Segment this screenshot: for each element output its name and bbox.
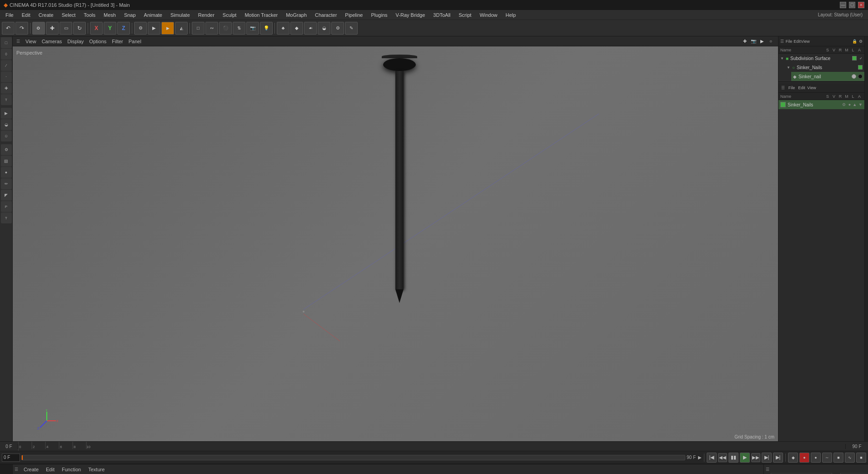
shaders-button[interactable]: ◆ (290, 22, 303, 35)
dope-sheet-button[interactable]: ■ (856, 453, 866, 463)
snap-tool-button[interactable]: ⚙ (1, 144, 12, 155)
viewport-display-icon[interactable]: ▶ (758, 38, 766, 45)
menu-character[interactable]: Character (311, 11, 340, 19)
viewport-menu-options[interactable]: Options (89, 39, 106, 44)
menu-script[interactable]: Script (455, 11, 475, 19)
scale-button[interactable]: ▭ (60, 22, 72, 35)
rp-edit-button[interactable]: Edit (794, 38, 800, 45)
x-axis-button[interactable]: X (90, 22, 103, 35)
play-forward-button[interactable]: ▶▶ (751, 453, 760, 462)
menu-render[interactable]: Render (195, 11, 218, 19)
viewport-render-icon[interactable]: ○ (767, 38, 774, 45)
f-curve-button[interactable]: ∿ (845, 453, 855, 463)
mat-more-icon[interactable]: ● (848, 102, 851, 107)
python-button[interactable]: P (1, 201, 12, 212)
rp-file-button[interactable]: File (786, 38, 792, 45)
nurbs-button[interactable]: ∾ (205, 22, 218, 35)
viewport-menu-display[interactable]: Display (67, 39, 84, 44)
menu-window[interactable]: Window (476, 11, 501, 19)
menu-mesh[interactable]: Mesh (100, 11, 120, 19)
viewport-menu-view[interactable]: View (25, 39, 36, 44)
edge-mode-button[interactable]: ∕ (1, 60, 12, 71)
menu-snap[interactable]: Snap (120, 11, 140, 19)
y-axis-button[interactable]: Y (104, 22, 116, 35)
texture-mode-button[interactable]: T (1, 94, 12, 105)
viewport-menu-filter[interactable]: Filter (112, 39, 123, 44)
timeline-scrubber[interactable] (21, 455, 685, 460)
tab-texture[interactable]: Texture (86, 466, 106, 473)
scene-item-sinker-nails[interactable]: ▼ ○ Sinker_Nails (785, 63, 864, 72)
play-reverse-button[interactable]: ◀◀ (718, 453, 727, 462)
menu-tools[interactable]: Tools (80, 11, 99, 19)
viewport-menu-panel[interactable]: Panel (129, 39, 141, 44)
menu-vray[interactable]: V-Ray Bridge (392, 11, 429, 19)
mat-close-icon[interactable]: ▼ (858, 102, 863, 107)
viewport-menu-cameras[interactable]: Cameras (42, 39, 62, 44)
timeline-ruler[interactable]: 0 2 4 6 8 10 (18, 442, 845, 451)
render-settings-button[interactable]: ⚙ (134, 22, 147, 35)
render-to-viewer-button[interactable]: ▶ (148, 22, 160, 35)
rp-view-button[interactable]: View (802, 38, 808, 45)
menu-plugins[interactable]: Plugins (367, 11, 391, 19)
keyframe-button[interactable]: ◆ (788, 453, 798, 463)
cameras-button[interactable]: 📷 (246, 22, 259, 35)
minimize-button[interactable]: — (840, 2, 846, 8)
render-active-button[interactable]: ▶ (161, 22, 174, 35)
tab-edit[interactable]: Edit (44, 466, 56, 473)
last-frame-button[interactable]: ▶| (773, 453, 783, 463)
paint-button[interactable]: ✏ (1, 178, 12, 189)
objects-button[interactable]: □ (192, 22, 205, 35)
viewport-camera-icon[interactable]: 📷 (750, 38, 757, 45)
menu-animate[interactable]: Animate (140, 11, 166, 19)
redo-button[interactable]: ↷ (15, 22, 28, 35)
auto-key-button[interactable]: ● (811, 453, 821, 463)
menu-simulate[interactable]: Simulate (167, 11, 194, 19)
menu-create[interactable]: Create (35, 11, 57, 19)
title-bar-right[interactable]: — ☐ ✕ (840, 2, 864, 8)
character-mode-button[interactable]: ☺ (1, 131, 12, 141)
first-frame-button[interactable]: |◀ (707, 453, 717, 463)
mat-settings-icon[interactable]: ⚙ (842, 102, 846, 107)
viewport-handle[interactable]: ☰ (16, 39, 20, 44)
generators-button[interactable]: ⚫ (219, 22, 232, 35)
material-button[interactable]: ♣ (277, 22, 289, 35)
tab-create[interactable]: Create (22, 466, 40, 473)
point-mode-button[interactable]: ⋅ (1, 71, 12, 82)
move-button[interactable]: ✚ (46, 22, 59, 35)
menu-motion-tracker[interactable]: Motion Tracker (241, 11, 281, 19)
menu-pipeline[interactable]: Pipeline (341, 11, 366, 19)
rpl-edit-button[interactable]: Edit (798, 85, 805, 91)
hair-button[interactable]: ☙ (304, 22, 317, 35)
animate-mode-button[interactable]: ▶ (1, 108, 12, 119)
python-tag-button[interactable]: T (1, 212, 12, 223)
stop-button[interactable]: ▮▮ (728, 453, 738, 463)
rpl-file-button[interactable]: File (788, 85, 795, 91)
current-frame-input[interactable] (2, 454, 20, 462)
viewport-move-icon[interactable]: ✚ (741, 38, 748, 45)
close-button[interactable]: ✕ (858, 2, 864, 8)
rpl-view-button[interactable]: View (808, 85, 815, 91)
motion-path-button[interactable]: ∼ (822, 453, 832, 463)
menu-3dtoall[interactable]: 3DToAll (429, 11, 454, 19)
model-mode-button[interactable]: □ (1, 37, 12, 48)
right-panel-scrollbar[interactable] (864, 36, 868, 441)
lights-button[interactable]: 💡 (260, 22, 273, 35)
record-button[interactable]: ● (799, 453, 809, 463)
next-keyframe-button[interactable]: ▶| (762, 453, 772, 463)
maximize-button[interactable]: ☐ (849, 2, 855, 8)
rotate-button[interactable]: ↻ (73, 22, 86, 35)
menu-mograph[interactable]: MoGraph (282, 11, 310, 19)
viewport[interactable]: ☰ View Cameras Display Options Filter Pa… (13, 36, 778, 441)
rp-lock-icon[interactable]: 🔒 (852, 39, 857, 44)
sky-button[interactable]: ● (1, 167, 12, 178)
material-item-sinker-nails[interactable]: Sinker_Nails ⚙ ● ▲ ▼ (778, 100, 864, 109)
sculpt-mode-button[interactable]: ◒ (1, 119, 12, 130)
polygon-mode-button[interactable]: ◊ (1, 49, 12, 60)
menu-file[interactable]: File (2, 11, 17, 19)
render-region-button[interactable]: ◭ (175, 22, 188, 35)
z-axis-button[interactable]: Z (117, 22, 130, 35)
timeline-button[interactable]: ■ (833, 453, 843, 463)
sculpt-button2[interactable]: ◒ (318, 22, 330, 35)
object-axis-button[interactable]: ✚ (1, 83, 12, 94)
scene-item-subdivision-surface[interactable]: ▼ ■ Subdivision Surface ✓ (778, 54, 864, 63)
